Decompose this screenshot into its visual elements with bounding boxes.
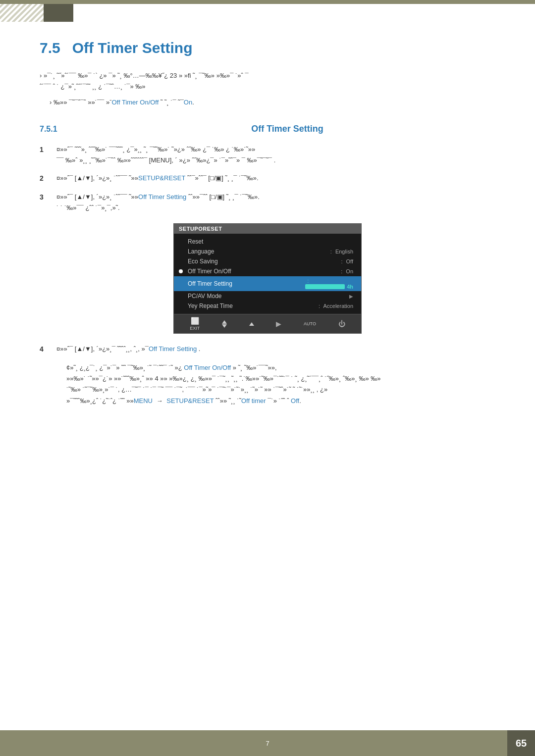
subsection-header: 7.5.1 Off Timer Setting <box>40 124 495 134</box>
footer-page-number: 7 <box>266 740 269 747</box>
step2-highlight: SETUP&RESET <box>138 174 185 182</box>
subsection-title: Off Timer Setting <box>79 124 495 134</box>
green-progress-bar <box>305 284 345 289</box>
dot-icon <box>179 269 183 273</box>
step4-highlight: Off Timer Setting <box>149 345 197 353</box>
section-heading: Off Timer Setting <box>72 40 193 56</box>
up-arrow-icon <box>249 322 254 326</box>
arrow-right-icon: ▶ <box>349 294 353 299</box>
bar-number: 4h <box>347 284 353 290</box>
menu-bar-container: 4h <box>305 284 353 290</box>
step-2-text: ¤»»ˆ¯ [▲/▼], ´»¿»¸ ˙ˆˆ¯¯ ˜»»SETUP&RESET … <box>56 173 495 185</box>
nav-exit-label: EXIT <box>190 326 200 331</box>
step-3: 3 ¤»»ˆ¯ [▲/▼], ´»¿»¸ ˙ˆˆ¯¯ ˜»»Off Timer … <box>40 192 495 213</box>
footer-page-box: 65 <box>507 730 535 756</box>
note-offtimer-highlight: Off Timer On/Off <box>184 364 231 371</box>
subsection-number: 7.5.1 <box>40 125 79 134</box>
step-2: 2 ¤»»ˆ¯ [▲/▼], ´»¿»¸ ˙ˆˆ¯¯ ˜»»SETUP&RESE… <box>40 173 495 185</box>
subsection: 7.5.1 Off Timer Setting 1 ¤»»ˆ¯ ˜˜˜»¸ ˆ˝… <box>40 124 495 406</box>
nav-up-icon <box>222 320 227 324</box>
step-4-text: ¤»»ˆ¯ [▲/▼], ´»¿»¸¯ ˜˜ˆˆ¸¸, ˆ¸, »¯Off Ti… <box>56 344 495 355</box>
note-off-highlight: Off <box>291 397 299 404</box>
step-2-number: 2 <box>40 173 50 185</box>
nav-play-btn: ▶ <box>276 320 281 328</box>
step-4-number: 4 <box>40 344 50 355</box>
menu-item-off-timer-onoff: Off Timer On/Off : On <box>174 266 361 276</box>
menu-value-off-timer-onoff: : On <box>339 268 353 274</box>
menu-item-language: Language : English <box>174 247 361 256</box>
nav-power-btn: ⏻ <box>338 320 345 328</box>
menu-value-language: : English <box>328 249 353 254</box>
section-number: 7.5 <box>40 40 60 56</box>
menu-label-pcav-mode: PC/AV Mode <box>188 293 349 300</box>
menu-value-off-timer-setting: : 4h <box>305 278 353 290</box>
section-title: 7.5 Off Timer Setting <box>40 40 495 56</box>
nav-exit-btn: ⬜ EXIT <box>190 317 200 331</box>
note-menu-highlight: MENU <box>134 397 153 404</box>
intro-line1: › »¯˙¸ ˜˝»ˆ´¯¯ ‰»¯ ˙` ¿» ¯» ˜¸ ‰°…—‰‰¥˝¿… <box>40 72 249 79</box>
nav-up-btn <box>249 322 254 326</box>
note-setup-highlight: SETUP&RESET <box>166 397 214 404</box>
menu-title-bar: SETUPORESET <box>174 224 361 234</box>
menu-label-yey-repeat: Yey Repeat Time <box>188 302 317 309</box>
menu-item-reset: Reset <box>174 237 361 247</box>
arrow-icon: → <box>157 396 163 406</box>
menu-label-reset: Reset <box>188 238 353 245</box>
main-content: 7.5 Off Timer Setting › »¯˙¸ ˜˝»ˆ´¯¯ ‰»¯… <box>40 40 495 726</box>
menu-box: SETUPORESET Reset Language : English Eco… <box>173 223 362 334</box>
menu-value-eco-saving: : Off <box>339 258 353 264</box>
menu-screenshot: SETUPORESET Reset Language : English Eco… <box>40 223 495 334</box>
menu-value-yey-repeat: : Acceleration <box>317 303 353 309</box>
menu-label-eco-saving: Eco Saving <box>188 258 339 265</box>
step3-highlight: Off Timer Setting <box>138 193 186 201</box>
menu-label-off-timer-onoff: Off Timer On/Off <box>188 268 339 275</box>
menu-items-list: Reset Language : English Eco Saving : Of… <box>174 234 361 314</box>
intro-note-highlight: Off Timer On/Off <box>111 99 159 106</box>
step-1-number: 1 <box>40 144 50 166</box>
step-1: 1 ¤»»ˆ¯ ˜˜˜»¸ ˆ˝˝‰»˙ ¯¯˜˜˜¸ ¿¯»¸¸ ˜¸ ¯˜˜… <box>40 144 495 166</box>
intro-line2: ˆ´¯¯ ˆ ˙ ¿¯»˜¸ˆ˝´¯ˆ˜ ¸¸ ¿ ˙¯˜ˆ…¸ ˙¯» ‰» <box>40 83 145 90</box>
note-offtimer2-highlight: Off timer <box>241 397 266 404</box>
step-1-text: ¤»»ˆ¯ ˜˜˜»¸ ˆ˝˝‰»˙ ¯¯˜˜˜¸ ¿¯»¸¸ ˜¸ ¯˜˜‰»… <box>56 144 495 166</box>
step4-note: ¢»˜¸ ¿¸¿¯˙¸ ¿¯»˙¯» ˜˜ ¯˜‰»¸ ˙˜ ¯˙˜˜¯ ˙˜ … <box>56 362 495 406</box>
top-bar-accent <box>44 4 73 22</box>
step-3-text: ¤»»ˆ¯ [▲/▼], ´»¿»¸ ˙ˆˆ¯¯ ˜»»Off Timer Se… <box>56 192 495 213</box>
menu-item-off-timer-setting: Off Timer Setting : 4h <box>174 276 361 291</box>
exit-icon: ⬜ <box>191 317 199 325</box>
nav-scroll-btn <box>222 320 227 328</box>
footer: 7 65 <box>0 730 535 756</box>
nav-auto-label: AUTO <box>304 321 316 326</box>
menu-label-language: Language <box>188 248 328 255</box>
play-icon: ▶ <box>276 320 281 328</box>
on-highlight: On <box>184 99 192 106</box>
menu-label-off-timer-setting: Off Timer Setting <box>188 280 305 287</box>
footer-page-text: 7 <box>266 740 269 747</box>
menu-item-eco-saving: Eco Saving : Off <box>174 256 361 266</box>
menu-nav-bar: ⬜ EXIT ▶ AUTO <box>174 314 361 333</box>
menu-item-yey-repeat: Yey Repeat Time : Acceleration <box>174 301 361 311</box>
step-4: 4 ¤»»ˆ¯ [▲/▼], ´»¿»¸¯ ˜˜ˆˆ¸¸, ˆ¸, »¯Off … <box>40 344 495 355</box>
nav-auto-btn: AUTO <box>304 321 316 326</box>
step-3-number: 3 <box>40 192 50 213</box>
intro-note: › ‰»» ¯˜¯ˆ¯ˆ »»˙¯¯ »ˉOff Timer On/Off ˜ … <box>40 97 495 108</box>
top-bar <box>0 0 535 4</box>
nav-down-icon <box>222 324 227 328</box>
menu-item-pcav-mode: PC/AV Mode ▶ <box>174 291 361 301</box>
power-icon: ⏻ <box>338 320 345 328</box>
intro-text-1: › »¯˙¸ ˜˝»ˆ´¯¯ ‰»¯ ˙` ¿» ¯» ˜¸ ‰°…—‰‰¥˝¿… <box>40 70 495 92</box>
